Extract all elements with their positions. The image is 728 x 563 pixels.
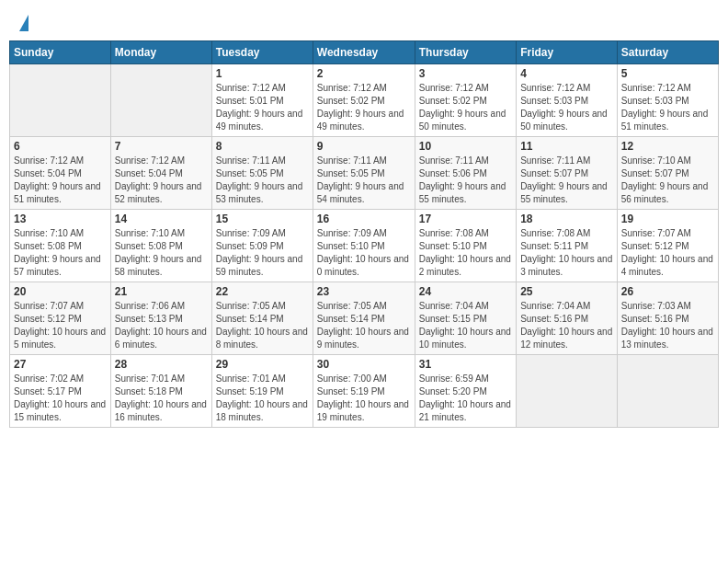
logo — [18, 17, 28, 31]
calendar-cell: 4Sunrise: 7:12 AM Sunset: 5:03 PM Daylig… — [517, 64, 618, 137]
calendar-cell: 21Sunrise: 7:06 AM Sunset: 5:13 PM Dayli… — [110, 282, 211, 355]
calendar-cell: 20Sunrise: 7:07 AM Sunset: 5:12 PM Dayli… — [10, 282, 111, 355]
column-header-monday: Monday — [110, 41, 211, 64]
column-header-thursday: Thursday — [415, 41, 516, 64]
day-info: Sunrise: 6:59 AM Sunset: 5:20 PM Dayligh… — [419, 373, 512, 424]
calendar-cell: 28Sunrise: 7:01 AM Sunset: 5:18 PM Dayli… — [110, 355, 211, 428]
calendar-cell — [10, 64, 111, 137]
calendar-week-row: 13Sunrise: 7:10 AM Sunset: 5:08 PM Dayli… — [10, 210, 719, 282]
day-info: Sunrise: 7:12 AM Sunset: 5:02 PM Dayligh… — [419, 82, 512, 133]
calendar-cell: 26Sunrise: 7:03 AM Sunset: 5:16 PM Dayli… — [617, 282, 718, 355]
calendar-cell: 19Sunrise: 7:07 AM Sunset: 5:12 PM Dayli… — [617, 210, 718, 282]
column-header-friday: Friday — [517, 41, 618, 64]
calendar-cell: 1Sunrise: 7:12 AM Sunset: 5:01 PM Daylig… — [211, 64, 313, 137]
day-number: 10 — [419, 140, 512, 153]
calendar-cell: 17Sunrise: 7:08 AM Sunset: 5:10 PM Dayli… — [415, 210, 516, 282]
day-info: Sunrise: 7:10 AM Sunset: 5:08 PM Dayligh… — [115, 227, 208, 279]
day-info: Sunrise: 7:07 AM Sunset: 5:12 PM Dayligh… — [14, 300, 107, 351]
calendar-cell: 22Sunrise: 7:05 AM Sunset: 5:14 PM Dayli… — [211, 282, 313, 355]
day-info: Sunrise: 7:12 AM Sunset: 5:03 PM Dayligh… — [621, 82, 714, 133]
day-info: Sunrise: 7:04 AM Sunset: 5:15 PM Dayligh… — [419, 300, 512, 351]
calendar-cell: 15Sunrise: 7:09 AM Sunset: 5:09 PM Dayli… — [211, 210, 313, 282]
calendar-cell: 14Sunrise: 7:10 AM Sunset: 5:08 PM Dayli… — [110, 210, 211, 282]
day-number: 13 — [14, 213, 107, 225]
day-number: 6 — [14, 140, 107, 153]
day-info: Sunrise: 7:12 AM Sunset: 5:02 PM Dayligh… — [317, 82, 411, 133]
day-info: Sunrise: 7:12 AM Sunset: 5:04 PM Dayligh… — [115, 155, 208, 206]
calendar-week-row: 20Sunrise: 7:07 AM Sunset: 5:12 PM Dayli… — [10, 282, 719, 355]
calendar-cell: 27Sunrise: 7:02 AM Sunset: 5:17 PM Dayli… — [10, 355, 111, 428]
day-info: Sunrise: 7:10 AM Sunset: 5:08 PM Dayligh… — [14, 227, 107, 279]
calendar-cell: 13Sunrise: 7:10 AM Sunset: 5:08 PM Dayli… — [10, 210, 111, 282]
day-info: Sunrise: 7:08 AM Sunset: 5:10 PM Dayligh… — [419, 227, 512, 279]
calendar-cell: 2Sunrise: 7:12 AM Sunset: 5:02 PM Daylig… — [313, 64, 415, 137]
page-header — [9, 9, 719, 35]
day-number: 21 — [115, 285, 208, 298]
day-info: Sunrise: 7:03 AM Sunset: 5:16 PM Dayligh… — [621, 300, 714, 351]
day-info: Sunrise: 7:05 AM Sunset: 5:14 PM Dayligh… — [317, 300, 411, 351]
day-number: 15 — [216, 213, 309, 225]
day-number: 4 — [520, 67, 613, 80]
day-number: 20 — [14, 285, 107, 298]
day-number: 2 — [317, 67, 411, 80]
calendar-cell: 16Sunrise: 7:09 AM Sunset: 5:10 PM Dayli… — [313, 210, 415, 282]
calendar-cell: 8Sunrise: 7:11 AM Sunset: 5:05 PM Daylig… — [211, 137, 313, 210]
day-number: 26 — [621, 285, 714, 298]
day-info: Sunrise: 7:04 AM Sunset: 5:16 PM Dayligh… — [520, 300, 613, 351]
day-number: 29 — [216, 358, 309, 371]
calendar-cell — [110, 64, 211, 137]
calendar-cell: 23Sunrise: 7:05 AM Sunset: 5:14 PM Dayli… — [313, 282, 415, 355]
day-number: 23 — [317, 285, 411, 298]
day-number: 31 — [419, 358, 512, 371]
column-header-saturday: Saturday — [617, 41, 718, 64]
day-number: 19 — [621, 213, 714, 225]
day-info: Sunrise: 7:12 AM Sunset: 5:01 PM Dayligh… — [216, 82, 309, 133]
day-info: Sunrise: 7:11 AM Sunset: 5:05 PM Dayligh… — [216, 155, 309, 206]
day-number: 17 — [419, 213, 512, 225]
day-info: Sunrise: 7:12 AM Sunset: 5:04 PM Dayligh… — [14, 155, 107, 206]
day-number: 28 — [115, 358, 208, 371]
day-number: 14 — [115, 213, 208, 225]
day-info: Sunrise: 7:09 AM Sunset: 5:10 PM Dayligh… — [317, 227, 411, 279]
calendar-week-row: 6Sunrise: 7:12 AM Sunset: 5:04 PM Daylig… — [10, 137, 719, 210]
calendar-cell: 7Sunrise: 7:12 AM Sunset: 5:04 PM Daylig… — [110, 137, 211, 210]
day-number: 16 — [317, 213, 411, 225]
day-number: 9 — [317, 140, 411, 153]
day-number: 8 — [216, 140, 309, 153]
day-info: Sunrise: 7:11 AM Sunset: 5:07 PM Dayligh… — [520, 155, 613, 206]
calendar-cell: 24Sunrise: 7:04 AM Sunset: 5:15 PM Dayli… — [415, 282, 516, 355]
calendar-cell: 9Sunrise: 7:11 AM Sunset: 5:05 PM Daylig… — [313, 137, 415, 210]
day-number: 11 — [520, 140, 613, 153]
day-info: Sunrise: 7:11 AM Sunset: 5:06 PM Dayligh… — [419, 155, 512, 206]
day-info: Sunrise: 7:08 AM Sunset: 5:11 PM Dayligh… — [520, 227, 613, 279]
column-header-tuesday: Tuesday — [211, 41, 313, 64]
calendar-cell: 11Sunrise: 7:11 AM Sunset: 5:07 PM Dayli… — [517, 137, 618, 210]
day-number: 25 — [520, 285, 613, 298]
day-info: Sunrise: 7:09 AM Sunset: 5:09 PM Dayligh… — [216, 227, 309, 279]
calendar-cell: 6Sunrise: 7:12 AM Sunset: 5:04 PM Daylig… — [10, 137, 111, 210]
logo-triangle-icon — [19, 15, 28, 31]
calendar-cell: 25Sunrise: 7:04 AM Sunset: 5:16 PM Dayli… — [517, 282, 618, 355]
day-info: Sunrise: 7:07 AM Sunset: 5:12 PM Dayligh… — [621, 227, 714, 279]
calendar-cell: 18Sunrise: 7:08 AM Sunset: 5:11 PM Dayli… — [517, 210, 618, 282]
day-number: 18 — [520, 213, 613, 225]
day-number: 30 — [317, 358, 411, 371]
day-number: 3 — [419, 67, 512, 80]
day-info: Sunrise: 7:11 AM Sunset: 5:05 PM Dayligh… — [317, 155, 411, 206]
day-info: Sunrise: 7:05 AM Sunset: 5:14 PM Dayligh… — [216, 300, 309, 351]
calendar-cell: 10Sunrise: 7:11 AM Sunset: 5:06 PM Dayli… — [415, 137, 516, 210]
day-number: 7 — [115, 140, 208, 153]
calendar-cell: 29Sunrise: 7:01 AM Sunset: 5:19 PM Dayli… — [211, 355, 313, 428]
day-number: 27 — [14, 358, 107, 371]
day-info: Sunrise: 7:02 AM Sunset: 5:17 PM Dayligh… — [14, 373, 107, 424]
calendar-cell: 3Sunrise: 7:12 AM Sunset: 5:02 PM Daylig… — [415, 64, 516, 137]
day-info: Sunrise: 7:00 AM Sunset: 5:19 PM Dayligh… — [317, 373, 411, 424]
day-number: 24 — [419, 285, 512, 298]
day-number: 22 — [216, 285, 309, 298]
calendar-cell: 5Sunrise: 7:12 AM Sunset: 5:03 PM Daylig… — [617, 64, 718, 137]
calendar-week-row: 27Sunrise: 7:02 AM Sunset: 5:17 PM Dayli… — [10, 355, 719, 428]
calendar-header-row: SundayMondayTuesdayWednesdayThursdayFrid… — [10, 41, 719, 64]
day-number: 5 — [621, 67, 714, 80]
column-header-wednesday: Wednesday — [313, 41, 415, 64]
day-info: Sunrise: 7:01 AM Sunset: 5:19 PM Dayligh… — [216, 373, 309, 424]
